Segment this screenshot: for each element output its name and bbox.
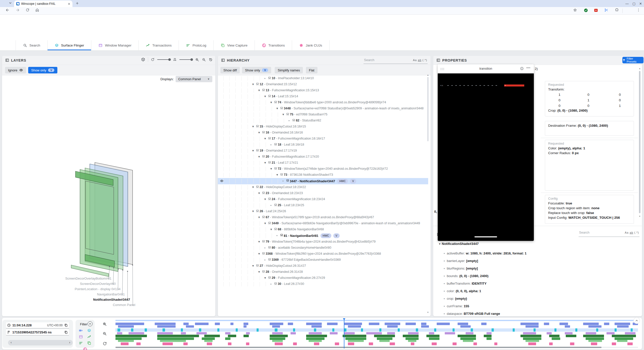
- tree-row-14[interactable]: ▼14 - Leaf:15:15#14: [218, 94, 428, 100]
- scroll-up-arrow[interactable]: ▲: [427, 74, 429, 76]
- info-icon[interactable]: [520, 67, 524, 70]
- expander-arrow-icon[interactable]: ▼: [257, 215, 261, 220]
- trace-row-green[interactable]: [115, 337, 638, 340]
- tree-row-25[interactable]: 25 - Leaf:18:23#25: [218, 202, 428, 208]
- timeline-segment[interactable]: [343, 335, 366, 337]
- timeline-segment[interactable]: [330, 332, 338, 334]
- timeline-segment[interactable]: [575, 328, 577, 332]
- trace-row-sf-ticks[interactable]: [115, 328, 638, 332]
- zoom-in-icon[interactable]: [195, 58, 199, 62]
- timeline-segment[interactable]: [554, 328, 556, 332]
- timeline-segment[interactable]: [246, 332, 250, 334]
- timeline-segment[interactable]: [625, 332, 635, 334]
- timeline-segment[interactable]: [195, 323, 209, 325]
- rotation-slider[interactable]: [157, 59, 170, 60]
- timeline-segment[interactable]: [309, 332, 322, 334]
- tree-row-16[interactable]: ▼16 - OneHanded:16:16#16: [218, 130, 428, 136]
- expander-arrow-icon[interactable]: ▼: [275, 173, 279, 177]
- timeline-segment[interactable]: [387, 325, 398, 328]
- timeline-segment[interactable]: [157, 325, 176, 328]
- timeline-segment[interactable]: [196, 332, 207, 334]
- bookmark-star-icon[interactable]: [573, 8, 577, 12]
- timeline-segment[interactable]: [534, 328, 536, 332]
- timeline-segment[interactable]: [460, 325, 471, 328]
- extensions-puzzle-icon[interactable]: [615, 8, 619, 12]
- timeline-segment[interactable]: [434, 328, 436, 332]
- timeline-segment[interactable]: [374, 335, 395, 337]
- timeline-segment[interactable]: [429, 332, 434, 334]
- timeline-segment[interactable]: [377, 337, 392, 340]
- timeline-segment[interactable]: [225, 332, 230, 334]
- expander-arrow-icon[interactable]: ▼: [263, 221, 267, 226]
- timeline-segment[interactable]: [411, 342, 415, 345]
- timeline-segment[interactable]: [199, 328, 201, 332]
- hierarchy-scrollbar[interactable]: [427, 77, 429, 141]
- property-item-blurRegions[interactable]: blurRegions: [empty]: [447, 267, 478, 270]
- spacing-slider[interactable]: [179, 59, 192, 60]
- timeline-segment[interactable]: [186, 325, 194, 328]
- tab-transitions[interactable]: Transitions: [255, 40, 292, 50]
- scroll-down-arrow[interactable]: ▼: [427, 311, 429, 314]
- tree-row-81[interactable]: 81 - NavigationBar0#81HWCV: [218, 233, 428, 239]
- timeline-segment[interactable]: [604, 323, 609, 325]
- tree-row-24[interactable]: ▼24 - FullscreenMagnification:18:23#24: [218, 196, 428, 202]
- timeline-segment[interactable]: [183, 342, 188, 345]
- timeline-segment[interactable]: [309, 340, 322, 342]
- copy-icon[interactable]: [64, 330, 68, 334]
- timeline-segment[interactable]: [612, 342, 616, 345]
- timeline-segment[interactable]: [520, 323, 539, 325]
- tree-row-3368[interactable]: ▼3368 - WindowToken{f6b2f60 type=2024 an…: [218, 251, 428, 257]
- timeline-zoom-in-icon[interactable]: [102, 322, 107, 326]
- expander-arrow-icon[interactable]: ▼: [281, 112, 285, 117]
- expander-arrow-icon[interactable]: ▼: [251, 82, 255, 86]
- expander-arrow-icon[interactable]: ▼: [263, 197, 267, 201]
- videocam-icon[interactable]: [79, 328, 83, 333]
- 3d-view-icon[interactable]: [141, 57, 145, 62]
- back-icon[interactable]: [6, 8, 10, 12]
- timeline-segment[interactable]: [115, 323, 144, 325]
- timeline-segment[interactable]: [145, 328, 147, 332]
- trace-row-purple[interactable]: [115, 332, 638, 334]
- timeline-segment[interactable]: [204, 335, 220, 337]
- timeline-segment[interactable]: [332, 328, 334, 332]
- tab-jank-cujs[interactable]: Jank CUJs: [292, 40, 329, 50]
- property-item-crop[interactable]: crop: {empty}: [447, 297, 467, 300]
- regex-icon[interactable]: (.*): [634, 231, 639, 234]
- expander-arrow-icon[interactable]: ▼: [257, 155, 261, 159]
- show-only-chip[interactable]: Show only V: [242, 67, 271, 73]
- timeline-segment[interactable]: [547, 332, 552, 334]
- timeline-segment[interactable]: [437, 323, 450, 325]
- timeline-segment[interactable]: [403, 335, 418, 337]
- timeline-segment[interactable]: [244, 323, 248, 325]
- timeline-segment[interactable]: [270, 335, 288, 337]
- trace-row-blue-1[interactable]: [115, 323, 638, 325]
- tree-row-73[interactable]: ▼73 - 8736138 NotificationShade#73: [218, 172, 428, 178]
- timeline-segment[interactable]: [549, 342, 553, 345]
- expander-arrow-icon[interactable]: ▼: [263, 94, 267, 99]
- tab-close-icon[interactable]: [68, 3, 70, 5]
- timeline-segment[interactable]: [458, 335, 476, 337]
- timeline-segment[interactable]: [311, 325, 322, 328]
- copy-icon[interactable]: [64, 323, 68, 327]
- tree-row-19[interactable]: ▼19 - OneHanded:17:17#19: [218, 148, 428, 154]
- property-item-color[interactable]: color: (0, 0, 0), alpha: 1: [447, 289, 481, 293]
- timeline-segment[interactable]: [445, 332, 455, 334]
- timeline-segment[interactable]: [421, 323, 426, 325]
- timeline-segment[interactable]: [306, 323, 322, 325]
- timeline-segment[interactable]: [335, 342, 339, 345]
- expander-arrow-icon[interactable]: ▼: [438, 242, 442, 246]
- timeline-segment[interactable]: [487, 332, 492, 334]
- timeline-segment[interactable]: [520, 335, 541, 337]
- timeline-segment[interactable]: [327, 323, 338, 325]
- timeline-segment[interactable]: [458, 323, 468, 325]
- timeline-segment[interactable]: [484, 335, 492, 337]
- expander-arrow-icon[interactable]: ▼: [251, 264, 255, 268]
- tree-row-80[interactable]: 80 - ace6abb SecondaryHomeHandle0#80: [218, 245, 428, 251]
- window-minimize-button[interactable]: —: [625, 2, 629, 5]
- tree-row-30[interactable]: 30 - Leaf:26:27#30: [218, 281, 428, 287]
- tree-row-3447[interactable]: 3447 - NotificationShade#3447HWCV: [218, 178, 428, 184]
- expander-arrow-icon[interactable]: ▼: [257, 252, 261, 256]
- tab-protolog[interactable]: ProtoLog: [179, 40, 214, 50]
- timeline-segment[interactable]: [612, 335, 636, 337]
- expander-arrow-icon[interactable]: ▼: [251, 185, 255, 189]
